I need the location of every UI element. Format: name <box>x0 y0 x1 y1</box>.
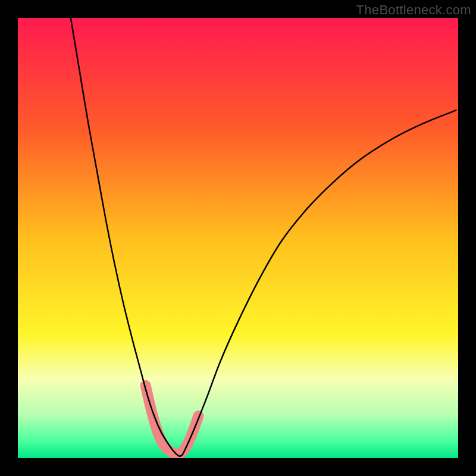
chart-svg <box>18 18 458 458</box>
plot-area <box>18 18 458 458</box>
gradient-background <box>18 18 458 458</box>
watermark-text: TheBottleneck.com <box>356 2 471 18</box>
chart-frame: TheBottleneck.com <box>0 0 476 476</box>
